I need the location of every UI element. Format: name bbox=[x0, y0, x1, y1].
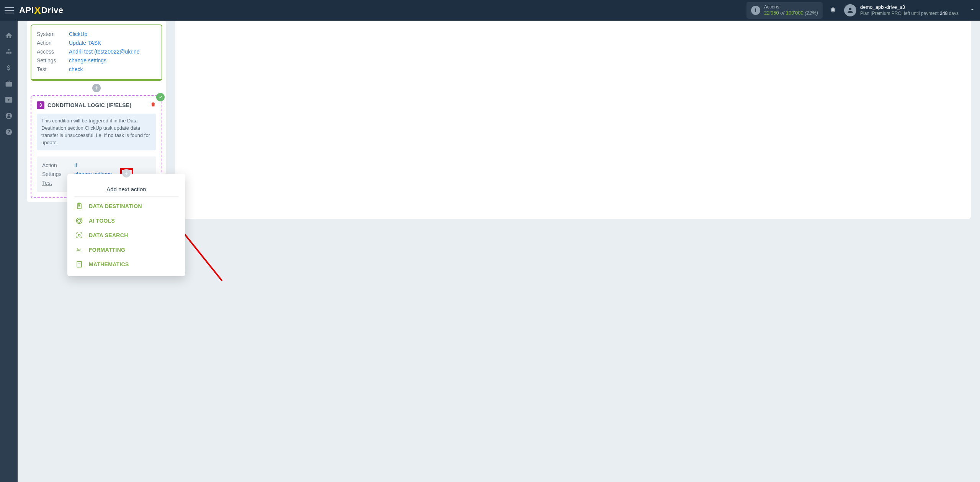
chevron-down-icon[interactable] bbox=[969, 7, 975, 14]
kv-row: Testcheck bbox=[37, 65, 156, 74]
nav-sitemap-icon[interactable] bbox=[0, 44, 18, 60]
popup-item-ai-tools[interactable]: AI TOOLS bbox=[67, 213, 185, 228]
kv-key: Test bbox=[37, 65, 69, 74]
nav-dollar-icon[interactable] bbox=[0, 60, 18, 76]
kv-value[interactable]: Andrii test (test20022@ukr.ne bbox=[69, 47, 140, 56]
add-step-button[interactable]: + bbox=[92, 84, 101, 92]
logo-x-icon: X bbox=[34, 5, 41, 16]
step-number: 3 bbox=[37, 101, 44, 109]
popup-item-data-search[interactable]: DATA SEARCH bbox=[67, 228, 185, 243]
svg-rect-0 bbox=[6, 52, 7, 54]
popup-item-label: DATA SEARCH bbox=[89, 232, 128, 238]
kv-key: Action bbox=[37, 39, 69, 47]
delete-icon[interactable] bbox=[150, 101, 156, 109]
user-menu[interactable]: demo_apix-drive_s3 Plan |Premium PRO| le… bbox=[844, 4, 975, 16]
app-header: APIXDrive i Actions: 22'050 of 100'000 (… bbox=[0, 0, 980, 21]
svg-point-7 bbox=[77, 218, 82, 224]
info-icon: i bbox=[751, 6, 760, 15]
actions-counter[interactable]: i Actions: 22'050 of 100'000 (22%) bbox=[746, 2, 823, 19]
popup-item-label: FORMATTING bbox=[89, 247, 125, 253]
actions-of: of bbox=[780, 10, 784, 16]
focus-icon bbox=[75, 231, 83, 239]
kv-row: ActionIf bbox=[42, 161, 151, 170]
username: demo_apix-drive_s3 bbox=[860, 4, 959, 11]
logo-text-2: Drive bbox=[41, 5, 64, 15]
brain-icon bbox=[75, 217, 83, 225]
svg-point-6 bbox=[78, 219, 81, 222]
calc-icon bbox=[75, 261, 83, 268]
plan-line: Plan |Premium PRO| left until payment 24… bbox=[860, 11, 959, 17]
kv-row: Settingschange settings bbox=[37, 56, 156, 65]
destination-block: SystemClickUpActionUpdate TASKAccessAndr… bbox=[31, 24, 162, 81]
kv-key: Access bbox=[37, 47, 69, 56]
actions-label: Actions: bbox=[764, 4, 818, 10]
popup-item-mathematics[interactable]: MATHEMATICS bbox=[67, 257, 185, 272]
kv-key: Action bbox=[42, 161, 74, 170]
kv-row: AccessAndrii test (test20022@ukr.ne bbox=[37, 47, 156, 56]
popup-title: Add next action bbox=[67, 186, 185, 192]
check-icon bbox=[156, 93, 165, 101]
svg-rect-1 bbox=[8, 52, 9, 54]
notifications-bell-icon[interactable] bbox=[830, 6, 836, 15]
aa-icon: Aa bbox=[75, 246, 83, 254]
kv-value[interactable]: Update TASK bbox=[69, 39, 101, 47]
svg-point-8 bbox=[78, 234, 80, 236]
nav-video-icon[interactable] bbox=[0, 92, 18, 108]
logo-text-1: API bbox=[19, 5, 34, 15]
svg-text:Aa: Aa bbox=[77, 248, 82, 252]
svg-rect-2 bbox=[10, 52, 11, 54]
logo[interactable]: APIXDrive bbox=[19, 5, 64, 16]
side-nav bbox=[0, 21, 18, 482]
nav-account-icon[interactable] bbox=[0, 108, 18, 124]
cond-title: CONDITIONAL LOGIC (IF/ELSE) bbox=[47, 102, 147, 108]
cond-description: This condition will be triggered if in t… bbox=[37, 114, 156, 150]
popup-item-label: AI TOOLS bbox=[89, 218, 115, 224]
hamburger-menu-icon[interactable] bbox=[5, 7, 14, 14]
kv-value[interactable]: ClickUp bbox=[69, 30, 87, 39]
popup-item-label: MATHEMATICS bbox=[89, 261, 129, 267]
actions-used: 22'050 bbox=[764, 10, 779, 16]
kv-key: Settings bbox=[37, 56, 69, 65]
nav-help-icon[interactable] bbox=[0, 124, 18, 140]
add-action-popup: + Add next action DATA DESTINATIONAI TOO… bbox=[67, 174, 185, 276]
nav-briefcase-icon[interactable] bbox=[0, 76, 18, 92]
popup-item-data-destination[interactable]: DATA DESTINATION bbox=[67, 199, 185, 213]
kv-key: System bbox=[37, 30, 69, 39]
avatar-icon bbox=[844, 4, 856, 16]
popup-item-formatting[interactable]: AaFORMATTING bbox=[67, 243, 185, 257]
add-step-anchor-button[interactable]: + bbox=[122, 169, 131, 177]
actions-pct: (22%) bbox=[805, 10, 818, 16]
kv-row: ActionUpdate TASK bbox=[37, 39, 156, 47]
detail-panel bbox=[175, 21, 971, 219]
kv-row: SystemClickUp bbox=[37, 30, 156, 39]
svg-rect-3 bbox=[8, 49, 9, 50]
actions-total: 100'000 bbox=[786, 10, 804, 16]
nav-home-icon[interactable] bbox=[0, 28, 18, 44]
kv-value[interactable]: change settings bbox=[69, 56, 106, 65]
popup-item-label: DATA DESTINATION bbox=[89, 203, 142, 209]
clipboard-icon bbox=[75, 202, 83, 210]
kv-value[interactable]: If bbox=[74, 161, 77, 170]
kv-value[interactable]: check bbox=[69, 65, 83, 74]
svg-rect-10 bbox=[77, 262, 82, 267]
